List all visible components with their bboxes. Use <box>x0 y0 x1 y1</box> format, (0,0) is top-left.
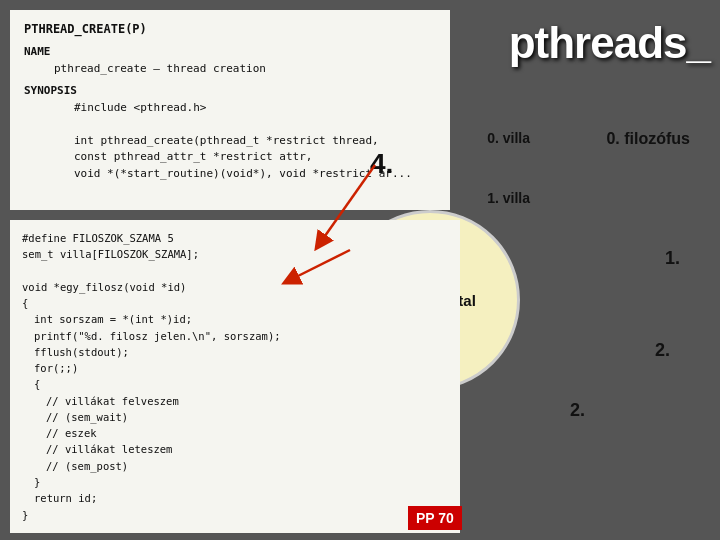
code-line-4: void *egy_filosz(void *id) <box>22 279 448 295</box>
code-line-13: // eszek <box>46 425 448 441</box>
code-line-16: } <box>34 474 448 490</box>
func-sig-1: int pthread_create(pthread_t *restrict t… <box>74 133 436 150</box>
synopsis-label: SYNOPSIS <box>24 83 436 100</box>
code-line-17: return id; <box>34 490 448 506</box>
label-1-right: 1. <box>665 248 680 269</box>
label-0-filoz: 0. filozófus <box>606 130 690 148</box>
main-content: pthreads_ PTHREAD_CREATE(P) NAME pthread… <box>0 0 720 540</box>
code-line-12: // (sem_wait) <box>46 409 448 425</box>
code-line-7: printf("%d. filosz jelen.\n", sorszam); <box>34 328 448 344</box>
code-line-14: // villákat leteszem <box>46 441 448 457</box>
code-line-18: } <box>22 507 448 523</box>
include-line: #include <pthread.h> <box>74 100 436 117</box>
label-2-bottom: 2. <box>570 400 585 421</box>
label-1-villa: 1. villa <box>487 190 530 206</box>
code-panel: #define FILOSZOK_SZAMA 5 sem_t villa[FIL… <box>10 220 460 533</box>
doc-panel: PTHREAD_CREATE(P) NAME pthread_create – … <box>10 10 450 210</box>
code-line-9: for(;;) <box>34 360 448 376</box>
pp-badge: PP 70 <box>408 506 462 530</box>
code-line-6: int sorszam = *(int *)id; <box>34 311 448 327</box>
label-2-right: 2. <box>655 340 670 361</box>
label-0-villa: 0. villa <box>487 130 530 146</box>
label-4-top: 4. <box>370 148 393 180</box>
code-line-15: // (sem_post) <box>46 458 448 474</box>
code-line-8: fflush(stdout); <box>34 344 448 360</box>
page-title: pthreads_ <box>509 18 710 68</box>
name-content: pthread_create – thread creation <box>54 61 436 78</box>
code-line-1: #define FILOSZOK_SZAMA 5 <box>22 230 448 246</box>
code-line-2: sem_t villa[FILOSZOK_SZAMA]; <box>22 246 448 262</box>
code-line-11: // villákat felveszem <box>46 393 448 409</box>
code-line-5: { <box>22 295 448 311</box>
code-line-10: { <box>34 376 448 392</box>
command-header: PTHREAD_CREATE(P) <box>24 20 436 38</box>
name-label: NAME <box>24 44 436 61</box>
